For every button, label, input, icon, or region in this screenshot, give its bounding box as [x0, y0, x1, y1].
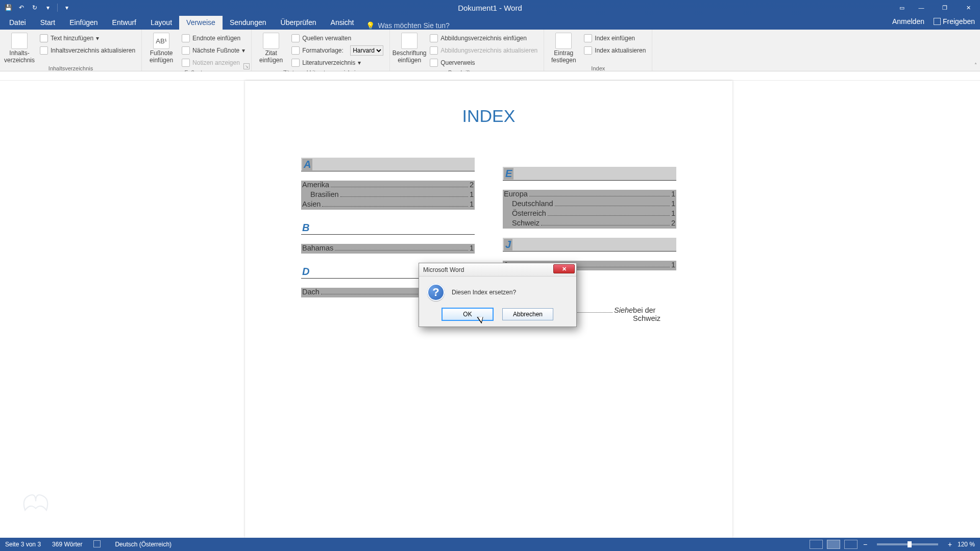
dialog-close-button[interactable]: ✕ [553, 264, 575, 273]
status-language[interactable]: Deutsch (Österreich) [115, 541, 172, 548]
question-icon: ? [427, 284, 445, 301]
cancel-button[interactable]: Abbrechen [502, 308, 553, 320]
dialog-message: Diesen Index ersetzen? [452, 289, 516, 296]
zoom-level[interactable]: 120 % [958, 541, 975, 548]
dialog-title[interactable]: Microsoft Word ✕ [419, 263, 576, 277]
view-read-button[interactable] [810, 540, 823, 549]
zoom-slider[interactable] [877, 543, 938, 545]
zoom-out-button[interactable]: − [862, 540, 869, 548]
status-proofing[interactable] [93, 540, 104, 549]
dialog-replace-index: Microsoft Word ✕ ? Diesen Index ersetzen… [419, 263, 577, 327]
status-page[interactable]: Seite 3 von 3 [5, 541, 41, 548]
view-web-button[interactable] [844, 540, 857, 549]
zoom-slider-thumb[interactable] [908, 541, 912, 547]
mouse-cursor-icon [479, 315, 486, 325]
proofing-icon [93, 540, 101, 547]
zoom-in-button[interactable]: + [946, 540, 953, 548]
status-wordcount[interactable]: 369 Wörter [52, 541, 82, 548]
status-bar: Seite 3 von 3 369 Wörter Deutsch (Österr… [0, 538, 980, 551]
modal-overlay: Microsoft Word ✕ ? Diesen Index ersetzen… [0, 0, 980, 551]
view-print-button[interactable] [827, 540, 840, 549]
